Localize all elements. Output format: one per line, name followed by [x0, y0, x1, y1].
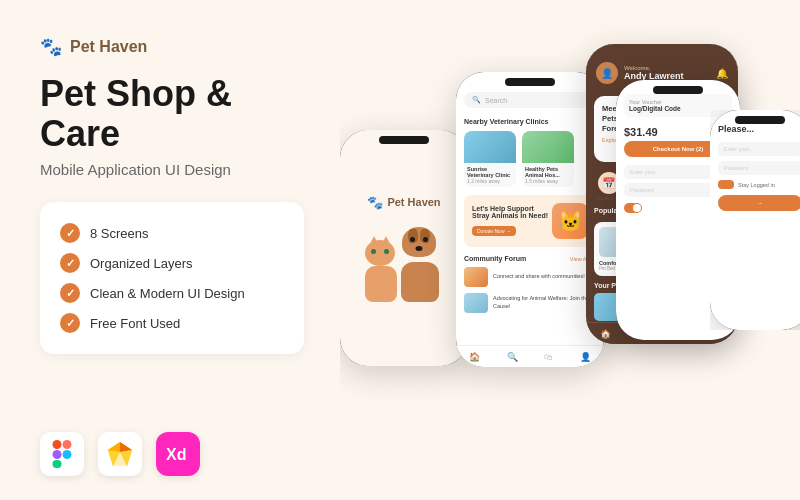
- notch: [653, 86, 703, 94]
- user-avatar: 👤: [596, 62, 618, 84]
- check-icon-1: [60, 223, 80, 243]
- login-content: Please... Enter your... Password Stay Lo…: [710, 110, 800, 217]
- phone-browse: 🔍 Search Nearby Veterinary Clinics Sunri…: [456, 72, 604, 367]
- promo-cta[interactable]: Donate Now →: [472, 226, 516, 236]
- stay-label: Stay Logged in: [738, 182, 775, 188]
- splash-brand: 🐾 Pet Haven: [367, 195, 440, 210]
- xd-icon: Xd: [156, 432, 200, 476]
- brand-name: Pet Haven: [70, 38, 147, 56]
- forum-text-1: Connect and share with communities!: [493, 273, 585, 281]
- sketch-icon: [98, 432, 142, 476]
- login-input-email[interactable]: Enter your...: [718, 142, 800, 156]
- vet-card-img-1: [464, 131, 516, 163]
- feature-item: Clean & Modern UI Design: [60, 278, 284, 308]
- left-panel: 🐾 Pet Haven Pet Shop & Care Mobile Appli…: [0, 0, 340, 500]
- phone-login-screen: Please... Enter your... Password Stay Lo…: [710, 110, 800, 330]
- promo-title: Let's Help Support Stray Animals in Need…: [472, 205, 548, 219]
- voucher-box: Your Voucher Log/Digital Code: [624, 94, 732, 117]
- svg-rect-0: [53, 440, 62, 449]
- vet-card: Healthy Pets Animal Hos... 1.5 miles awa…: [522, 131, 574, 187]
- vet-card-img-2: [522, 131, 574, 163]
- toggle[interactable]: [718, 180, 734, 189]
- forum-item-1: Connect and share with communities!: [456, 264, 604, 290]
- nearby-section-header: Nearby Veterinary Clinics: [456, 114, 604, 127]
- paw-icon: 🐾: [40, 36, 62, 58]
- cart-nav-icon[interactable]: 🛍: [544, 352, 553, 362]
- forum-text-2: Advocating for Animal Welfare: Join the …: [493, 295, 596, 310]
- promo-banner: Let's Help Support Stray Animals in Need…: [464, 195, 596, 247]
- login-input-password[interactable]: Password: [718, 161, 800, 175]
- vet-name-1: Sunrise Veterinary Clinic: [467, 166, 513, 178]
- notch: [505, 78, 555, 86]
- notch: [735, 116, 785, 124]
- figma-icon: [40, 432, 84, 476]
- phone-splash: 🐾 Pet Haven: [340, 130, 468, 366]
- forum-img-2: [464, 293, 488, 313]
- discover-nav-icon[interactable]: 🔍: [507, 352, 518, 362]
- community-section-header: Community Forum View All →: [456, 251, 604, 264]
- check-icon-4: [60, 313, 80, 333]
- bell-icon[interactable]: 🔔: [716, 68, 728, 79]
- svg-rect-3: [53, 460, 62, 468]
- search-icon: 🔍: [472, 96, 481, 104]
- notch: [379, 136, 429, 144]
- notch: [637, 50, 687, 58]
- promo-text: Let's Help Support Stray Animals in Need…: [472, 205, 548, 237]
- home-dark-nav[interactable]: 🏠: [600, 329, 611, 339]
- cart-price: $31.49: [624, 126, 658, 138]
- features-box: 8 Screens Organized Layers Clean & Moder…: [40, 202, 304, 354]
- check-icon-3: [60, 283, 80, 303]
- phone-browse-screen: 🔍 Search Nearby Veterinary Clinics Sunri…: [456, 72, 604, 367]
- search-bar[interactable]: 🔍 Search: [464, 92, 596, 108]
- feature-text-3: Clean & Modern UI Design: [90, 286, 245, 301]
- community-title: Community Forum: [464, 255, 526, 262]
- svg-rect-2: [53, 450, 62, 459]
- main-title: Pet Shop & Care: [40, 74, 304, 153]
- vet-dist-1: 1.2 miles away: [467, 178, 513, 184]
- feature-text-4: Free Font Used: [90, 316, 180, 331]
- stay-logged-row: Stay Logged in: [718, 180, 800, 189]
- vet-name-2: Healthy Pets Animal Hos...: [525, 166, 571, 178]
- feature-text-1: 8 Screens: [90, 226, 149, 241]
- promo-pet-img: 🐱: [552, 203, 588, 239]
- forum-item-2: Advocating for Animal Welfare: Join the …: [456, 290, 604, 316]
- tools-row: Xd: [40, 432, 304, 476]
- svg-point-4: [63, 450, 72, 459]
- forum-img-1: [464, 267, 488, 287]
- splash-paw-icon: 🐾: [367, 195, 383, 210]
- svg-rect-1: [63, 440, 72, 449]
- vet-cards: Sunrise Veterinary Clinic 1.2 miles away…: [456, 127, 604, 191]
- check-icon-2: [60, 253, 80, 273]
- nearby-title: Nearby Veterinary Clinics: [464, 118, 548, 125]
- phone-splash-screen: 🐾 Pet Haven: [340, 130, 468, 366]
- phone-login: Please... Enter your... Password Stay Lo…: [710, 110, 800, 330]
- login-button[interactable]: →: [718, 195, 800, 211]
- voucher-placeholder: Log/Digital Code: [629, 105, 727, 112]
- feature-item: Free Font Used: [60, 308, 284, 338]
- login-title: Please...: [718, 124, 800, 134]
- right-panel: 🐾 Pet Haven: [340, 0, 800, 500]
- feature-item: 8 Screens: [60, 218, 284, 248]
- search-placeholder: Search: [485, 97, 507, 104]
- home-nav-icon[interactable]: 🏠: [469, 352, 480, 362]
- toggle-switch[interactable]: [624, 203, 642, 213]
- bottom-nav: 🏠 🔍 🛍 👤: [456, 345, 604, 367]
- svg-text:Xd: Xd: [166, 446, 186, 463]
- vet-card: Sunrise Veterinary Clinic 1.2 miles away: [464, 131, 516, 187]
- vet-dist-2: 1.5 miles away: [525, 178, 571, 184]
- profile-nav-icon[interactable]: 👤: [580, 352, 591, 362]
- sub-title: Mobile Application UI Design: [40, 161, 304, 178]
- feature-text-2: Organized Layers: [90, 256, 193, 271]
- brand-row: 🐾 Pet Haven: [40, 36, 304, 58]
- splash-brand-name: Pet Haven: [387, 196, 440, 208]
- feature-item: Organized Layers: [60, 248, 284, 278]
